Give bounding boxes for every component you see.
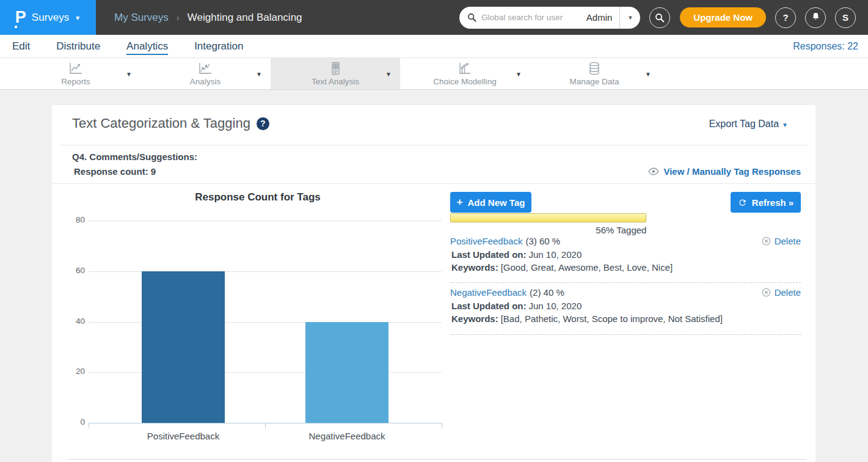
- nav-item-label: Analysis: [190, 77, 221, 86]
- export-tag-data-label: Export Tag Data: [709, 119, 779, 129]
- tag-name-link[interactable]: NegativeFeedback: [450, 287, 527, 298]
- chart-gridline: [89, 221, 442, 221]
- x-axis-category-label: PositiveFeedback: [122, 431, 244, 441]
- notifications-button[interactable]: [805, 7, 826, 28]
- add-new-tag-button[interactable]: + Add New Tag: [450, 192, 531, 213]
- database-icon: [588, 61, 601, 76]
- bell-icon: [811, 12, 820, 23]
- keywords-value: [Good, Great, Awesome, Best, Love, Nice]: [501, 262, 673, 273]
- x-axis-category-label: NegativeFeedback: [286, 431, 408, 441]
- tag-separator: [450, 282, 801, 283]
- refresh-button[interactable]: Refresh »: [731, 192, 801, 213]
- upgrade-now-button[interactable]: Upgrade Now: [680, 7, 766, 28]
- question-mark-icon: ?: [782, 12, 788, 23]
- tag-meta: (3) 60 %: [525, 236, 560, 246]
- analytics-nav: Reports ▼ Analysis ▼ Text Analysis ▼ Cho…: [0, 58, 868, 90]
- tag-name-link[interactable]: PositiveFeedback: [450, 236, 522, 246]
- text-categorization-panel: Text Categorization & Tagging ? Export T…: [52, 105, 815, 462]
- search-scope-selector[interactable]: Admin: [583, 12, 620, 23]
- updated-value: Jun 10, 2020: [529, 249, 582, 260]
- view-manually-tag-label: View / Manually Tag Responses: [663, 166, 801, 177]
- top-header-bar: P Surveys ▼ My Surveys › Weighting and B…: [0, 0, 868, 35]
- tag-updated-line: Last Updated on:Jun 10, 2020: [451, 301, 582, 311]
- circle-x-icon: [762, 237, 771, 246]
- y-axis-tick-label: 60: [58, 266, 85, 275]
- avatar-initial: S: [842, 12, 848, 23]
- x-axis-tick: [89, 423, 89, 428]
- tag-meta: (2) 40 %: [530, 287, 564, 298]
- x-axis-tick: [265, 423, 266, 428]
- response-count-chart: Response Count for Tags 020406080Positiv…: [52, 105, 480, 462]
- delete-tag-button[interactable]: Delete: [762, 287, 801, 298]
- tagged-progress-bar: [450, 213, 801, 222]
- tab-analytics[interactable]: Analytics: [126, 35, 168, 58]
- keywords-label: Keywords:: [451, 262, 498, 273]
- breadcrumb-current: Weighting and Balancing: [188, 12, 302, 24]
- tagged-progress-label: 56% Tagged: [450, 225, 646, 235]
- help-button[interactable]: ?: [775, 7, 796, 28]
- view-manually-tag-link[interactable]: View / Manually Tag Responses: [648, 166, 801, 177]
- delete-tag-button[interactable]: Delete: [762, 236, 801, 246]
- nav-item-label: Choice Modelling: [433, 77, 497, 86]
- global-search: Admin ▼: [459, 7, 640, 29]
- bar-NegativeFeedback[interactable]: [305, 322, 388, 424]
- nav-item-analysis[interactable]: Analysis: [140, 58, 270, 89]
- y-axis-tick-label: 40: [58, 317, 85, 326]
- breadcrumb: My Surveys › Weighting and Balancing: [114, 12, 302, 24]
- y-axis-tick-label: 0: [58, 417, 85, 427]
- export-tag-data-button[interactable]: Export Tag Data▼: [709, 119, 788, 130]
- add-new-tag-label: Add New Tag: [468, 197, 525, 208]
- nav-item-reports[interactable]: Reports: [11, 58, 140, 89]
- text-analysis-caret-icon[interactable]: ▼: [385, 70, 392, 77]
- bar-PositiveFeedback[interactable]: [142, 271, 225, 423]
- tag-updated-line: Last Updated on:Jun 10, 2020: [451, 249, 582, 260]
- keywords-label: Keywords:: [451, 314, 498, 324]
- app-root: P Surveys ▼ My Surveys › Weighting and B…: [0, 0, 868, 462]
- refresh-icon: [738, 198, 747, 207]
- delete-label: Delete: [775, 236, 801, 246]
- search-icon: [467, 13, 476, 22]
- trend-chart-icon: [198, 61, 213, 76]
- reports-caret-icon[interactable]: ▼: [126, 70, 132, 77]
- nav-item-text-analysis[interactable]: Text Analysis: [271, 58, 400, 89]
- breadcrumb-parent-link[interactable]: My Surveys: [114, 12, 169, 24]
- tag-keywords-line: Keywords:[Bad, Pathetic, Worst, Scope to…: [451, 314, 723, 324]
- y-axis-tick-label: 20: [58, 367, 85, 376]
- eye-icon: [648, 167, 659, 175]
- breadcrumb-separator-icon: ›: [177, 12, 180, 23]
- tag-row: NegativeFeedback(2) 40 % Delete Last Upd…: [450, 287, 801, 328]
- manage-data-caret-icon[interactable]: ▼: [645, 70, 651, 77]
- product-menu-label: Surveys: [32, 12, 69, 24]
- search-button[interactable]: [649, 7, 670, 28]
- tagged-progress-fill: [450, 213, 646, 222]
- brand-logo-icon: P: [15, 9, 26, 26]
- analysis-caret-icon[interactable]: ▼: [256, 70, 262, 77]
- nav-item-manage-data[interactable]: Manage Data: [530, 58, 659, 89]
- tag-keywords-line: Keywords:[Good, Great, Awesome, Best, Lo…: [451, 262, 673, 273]
- survey-nav: Edit Distribute Analytics Integration Re…: [0, 35, 868, 58]
- tag-title-line: NegativeFeedback(2) 40 %: [450, 287, 564, 298]
- circle-x-icon: [762, 288, 771, 297]
- tab-edit[interactable]: Edit: [12, 35, 30, 58]
- user-avatar[interactable]: S: [835, 7, 856, 28]
- header-actions: Admin ▼ Upgrade Now ? S: [459, 7, 868, 29]
- nav-item-choice-modelling[interactable]: Choice Modelling: [400, 58, 530, 89]
- updated-label: Last Updated on:: [451, 301, 527, 311]
- refresh-label: Refresh »: [752, 197, 793, 208]
- tag-separator: [450, 334, 801, 335]
- chart-title: Response Count for Tags: [136, 191, 380, 204]
- nav-item-label: Manage Data: [569, 77, 619, 86]
- plus-icon: +: [457, 197, 463, 207]
- search-scope-caret-icon[interactable]: ▼: [620, 15, 640, 21]
- chevron-down-icon: ▼: [75, 15, 81, 21]
- keywords-value: [Bad, Pathetic, Worst, Scope to improve,…: [501, 314, 723, 324]
- responses-count: Responses: 22: [793, 41, 868, 52]
- updated-value: Jun 10, 2020: [529, 301, 582, 311]
- global-search-input[interactable]: [481, 13, 583, 22]
- tab-distribute[interactable]: Distribute: [56, 35, 100, 58]
- tag-title-line: PositiveFeedback(3) 60 %: [450, 236, 560, 246]
- choice-modelling-caret-icon[interactable]: ▼: [516, 70, 522, 77]
- product-menu[interactable]: P Surveys ▼: [0, 0, 96, 35]
- tab-integration[interactable]: Integration: [194, 35, 243, 58]
- delete-label: Delete: [775, 287, 801, 298]
